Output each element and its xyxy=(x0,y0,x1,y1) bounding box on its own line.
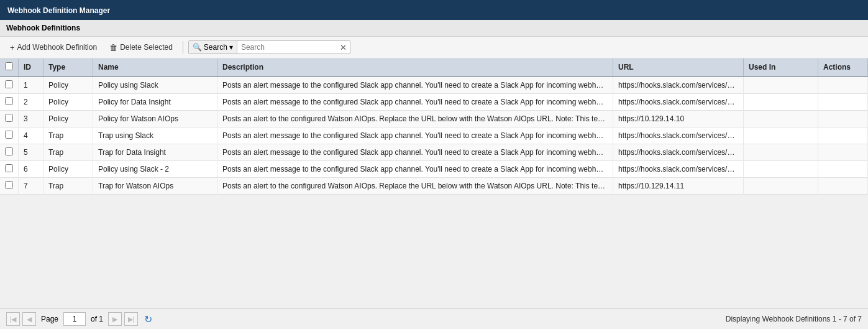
row-id-0: 1 xyxy=(19,76,43,94)
row-actions-6 xyxy=(818,178,868,195)
row-url-3: https://hooks.slack.com/services/T0000..… xyxy=(613,127,744,144)
row-type-4: Trap xyxy=(43,144,93,161)
row-used-in-6 xyxy=(744,178,818,195)
row-url-6: https://10.129.14.11 xyxy=(613,178,744,195)
row-type-1: Policy xyxy=(43,94,93,111)
row-checkbox-0[interactable] xyxy=(5,80,13,88)
row-id-5: 6 xyxy=(19,161,43,178)
row-checkbox-2[interactable] xyxy=(5,114,13,122)
row-id-2: 3 xyxy=(19,111,43,127)
row-checkbox-1[interactable] xyxy=(5,97,13,105)
url-header: URL xyxy=(613,58,744,76)
row-used-in-2 xyxy=(744,111,818,127)
title-text: Webhook Definition Manager xyxy=(7,6,110,15)
row-name-4: Trap for Data Insight xyxy=(93,144,217,161)
id-header: ID xyxy=(19,58,43,76)
footer: |◀ ◀ Page of 1 ▶ ▶| ↻ Displaying Webhook… xyxy=(0,308,868,313)
row-checkbox-cell-1 xyxy=(0,94,19,111)
row-url-2: https://10.129.14.10 xyxy=(613,111,744,127)
add-icon: + xyxy=(10,43,15,52)
row-url-5: https://hooks.slack.com/services/T0000..… xyxy=(613,161,744,178)
table-header-row: ID Type Name Description URL Used In Act… xyxy=(0,58,868,76)
search-input[interactable] xyxy=(237,41,337,53)
row-description-6: Posts an alert to the configured Watson … xyxy=(217,178,613,195)
row-id-1: 2 xyxy=(19,94,43,111)
row-used-in-1 xyxy=(744,94,818,111)
row-description-1: Posts an alert message to the configured… xyxy=(217,94,613,111)
footer-nav: |◀ ◀ Page of 1 ▶ ▶| ↻ xyxy=(6,312,152,313)
row-id-3: 4 xyxy=(19,127,43,144)
row-checkbox-cell-0 xyxy=(0,76,19,94)
add-webhook-button[interactable]: + Add Webhook Definition xyxy=(5,41,102,54)
table-row: 6PolicyPolicy using Slack - 2Posts an al… xyxy=(0,161,868,178)
search-group: 🔍 Search ▾ ✕ xyxy=(188,40,350,54)
search-clear-button[interactable]: ✕ xyxy=(337,42,350,53)
page-input[interactable] xyxy=(63,312,86,313)
table-row: 7TrapTrap for Watson AIOpsPosts an alert… xyxy=(0,178,868,195)
row-checkbox-3[interactable] xyxy=(5,131,13,139)
prev-page-button[interactable]: ◀ xyxy=(22,312,36,313)
last-page-button[interactable]: ▶| xyxy=(124,312,138,313)
row-url-4: https://hooks.slack.com/services/T0000..… xyxy=(613,144,744,161)
row-used-in-0 xyxy=(744,76,818,94)
row-used-in-4 xyxy=(744,144,818,161)
table-row: 1PolicyPolicy using SlackPosts an alert … xyxy=(0,76,868,94)
row-checkbox-cell-3 xyxy=(0,127,19,144)
table-row: 4TrapTrap using SlackPosts an alert mess… xyxy=(0,127,868,144)
search-dropdown-label: Search xyxy=(204,43,227,52)
next-page-button[interactable]: ▶ xyxy=(108,312,122,313)
table-header: ID Type Name Description URL Used In Act… xyxy=(0,58,868,76)
select-all-checkbox[interactable] xyxy=(5,62,13,70)
search-dropdown-button[interactable]: 🔍 Search ▾ xyxy=(189,41,237,53)
row-type-6: Trap xyxy=(43,178,93,195)
table-row: 2PolicyPolicy for Data InsightPosts an a… xyxy=(0,94,868,111)
row-type-0: Policy xyxy=(43,76,93,94)
row-id-4: 5 xyxy=(19,144,43,161)
search-icon: 🔍 xyxy=(193,43,202,52)
row-checkbox-6[interactable] xyxy=(5,181,13,189)
title-bar: Webhook Definition Manager xyxy=(0,0,868,20)
section-header-label: Webhook Definitions xyxy=(6,24,80,32)
description-header: Description xyxy=(217,58,613,76)
row-type-5: Policy xyxy=(43,161,93,178)
table-container: ID Type Name Description URL Used In Act… xyxy=(0,58,868,313)
row-name-0: Policy using Slack xyxy=(93,76,217,94)
toolbar-separator xyxy=(183,41,183,53)
row-checkbox-cell-6 xyxy=(0,178,19,195)
row-description-5: Posts an alert message to the configured… xyxy=(217,161,613,178)
first-page-button[interactable]: |◀ xyxy=(6,312,20,313)
row-checkbox-cell-2 xyxy=(0,111,19,127)
delete-selected-button[interactable]: 🗑 Delete Selected xyxy=(104,41,178,54)
row-actions-3 xyxy=(818,127,868,144)
used-in-header: Used In xyxy=(744,58,818,76)
type-header: Type xyxy=(43,58,93,76)
row-actions-2 xyxy=(818,111,868,127)
row-description-3: Posts an alert message to the configured… xyxy=(217,127,613,144)
webhook-table: ID Type Name Description URL Used In Act… xyxy=(0,58,868,195)
row-actions-5 xyxy=(818,161,868,178)
table-row: 5TrapTrap for Data InsightPosts an alert… xyxy=(0,144,868,161)
search-chevron-icon: ▾ xyxy=(229,43,233,52)
row-used-in-3 xyxy=(744,127,818,144)
section-header: Webhook Definitions xyxy=(0,20,868,37)
row-actions-1 xyxy=(818,94,868,111)
row-url-0: https://hooks.slack.com/services/T0000..… xyxy=(613,76,744,94)
row-checkbox-cell-5 xyxy=(0,161,19,178)
row-description-4: Posts an alert message to the configured… xyxy=(217,144,613,161)
row-actions-4 xyxy=(818,144,868,161)
row-url-1: https://hooks.slack.com/services/T0000..… xyxy=(613,94,744,111)
row-description-0: Posts an alert message to the configured… xyxy=(217,76,613,94)
row-actions-0 xyxy=(818,76,868,94)
row-name-5: Policy using Slack - 2 xyxy=(93,161,217,178)
row-name-1: Policy for Data Insight xyxy=(93,94,217,111)
row-checkbox-5[interactable] xyxy=(5,164,13,172)
row-name-6: Trap for Watson AIOps xyxy=(93,178,217,195)
row-description-2: Posts an alert to the configured Watson … xyxy=(217,111,613,127)
row-checkbox-4[interactable] xyxy=(5,147,13,155)
row-name-2: Policy for Watson AIOps xyxy=(93,111,217,127)
row-checkbox-cell-4 xyxy=(0,144,19,161)
add-webhook-label: Add Webhook Definition xyxy=(17,43,98,52)
row-type-2: Policy xyxy=(43,111,93,127)
toolbar: + Add Webhook Definition 🗑 Delete Select… xyxy=(0,37,868,58)
name-header: Name xyxy=(93,58,217,76)
